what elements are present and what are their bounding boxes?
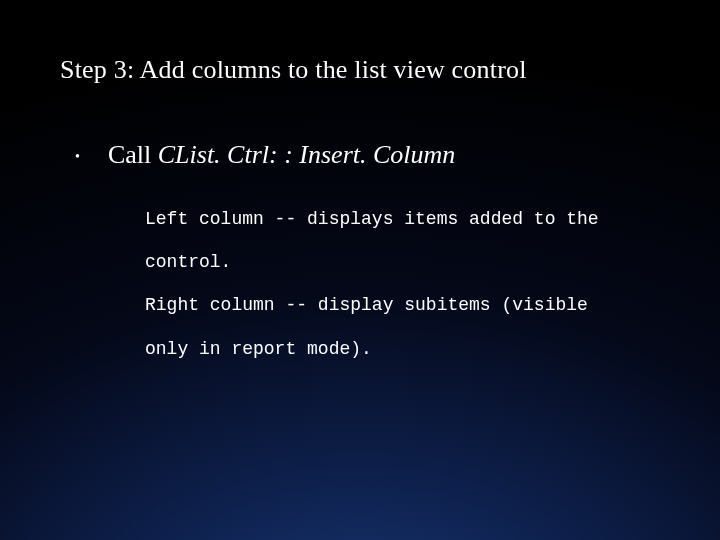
- method-name: CList. Ctrl: : Insert. Column: [158, 140, 456, 169]
- bullet-item: • Call CList. Ctrl: : Insert. Column: [75, 140, 660, 170]
- subtext-line-2: Right column -- display subitems (visibl…: [145, 284, 620, 370]
- bullet-dot-icon: •: [75, 150, 80, 164]
- slide: Step 3: Add columns to the list view con…: [0, 0, 720, 540]
- sub-body: Left column -- displays items added to t…: [145, 198, 620, 371]
- slide-title: Step 3: Add columns to the list view con…: [60, 55, 660, 85]
- call-label: Call: [108, 140, 158, 169]
- subtext-line-1: Left column -- displays items added to t…: [145, 198, 620, 284]
- bullet-text: Call CList. Ctrl: : Insert. Column: [108, 140, 455, 170]
